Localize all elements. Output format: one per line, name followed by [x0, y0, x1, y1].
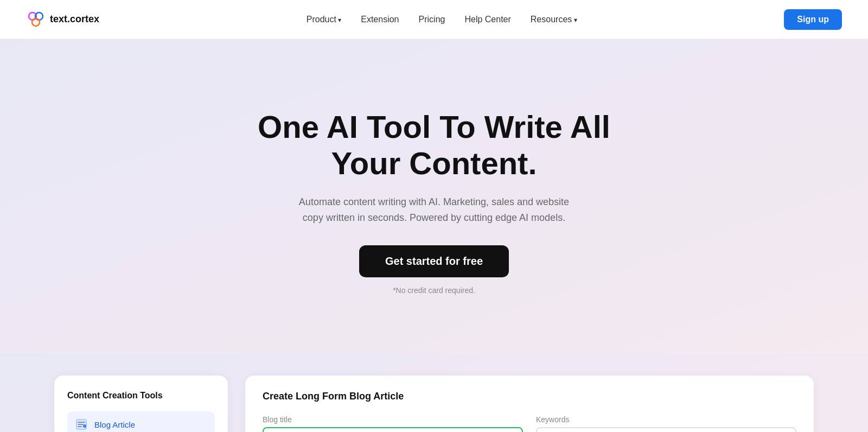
nav-item-pricing[interactable]: Pricing	[419, 15, 445, 24]
nav-link-help[interactable]: Help Center	[464, 15, 510, 24]
nav-item-help[interactable]: Help Center	[464, 15, 510, 24]
nav-links: Product Extension Pricing Help Center Re…	[307, 15, 577, 24]
nav-link-pricing[interactable]: Pricing	[419, 15, 445, 24]
nav-item-product[interactable]: Product	[307, 15, 341, 24]
hero-subtitle: Automate content writing with AI. Market…	[293, 194, 575, 226]
blog-title-input-wrapper: ✓	[263, 427, 523, 432]
keywords-group: Keywords Hint: Type and press enter	[536, 415, 796, 432]
navbar: text.cortex Product Extension Pricing He…	[0, 0, 868, 39]
hero-section: One AI Tool To Write All Your Content. A…	[0, 39, 868, 354]
hero-cta-button[interactable]: Get started for free	[359, 245, 509, 277]
nav-item-extension[interactable]: Extension	[361, 15, 399, 24]
keywords-label: Keywords	[536, 415, 796, 424]
blog-title-group: Blog title ✓ Looks good!	[263, 415, 523, 432]
blog-article-icon	[74, 417, 89, 432]
tools-card-title: Content Creation Tools	[67, 391, 215, 401]
svg-point-2	[32, 18, 40, 26]
form-card: Create Long Form Blog Article Blog title…	[245, 376, 814, 432]
logo-link[interactable]: text.cortex	[26, 10, 99, 29]
nav-link-extension[interactable]: Extension	[361, 15, 399, 24]
blog-article-label: Blog Article	[94, 420, 135, 429]
keywords-input-wrapper	[536, 427, 796, 432]
tool-item-blog[interactable]: Blog Article	[67, 411, 215, 432]
bottom-section: Content Creation Tools Blog Article	[0, 354, 868, 432]
svg-point-7	[83, 424, 86, 428]
blog-title-input[interactable]	[263, 427, 523, 432]
no-cc-text: *No credit card required.	[393, 286, 475, 295]
nav-item-resources[interactable]: Resources	[531, 15, 577, 24]
logo-text: text.cortex	[50, 14, 99, 25]
keywords-input[interactable]	[536, 427, 796, 432]
logo-icon	[26, 10, 46, 29]
hero-title: One AI Tool To Write All Your Content.	[244, 109, 624, 181]
nav-link-product[interactable]: Product	[307, 15, 341, 24]
form-row: Blog title ✓ Looks good! Keywords Hint: …	[263, 415, 796, 432]
form-card-title: Create Long Form Blog Article	[263, 391, 796, 402]
signup-button[interactable]: Sign up	[784, 9, 842, 30]
tools-card: Content Creation Tools Blog Article	[54, 376, 228, 432]
nav-link-resources[interactable]: Resources	[531, 15, 577, 24]
blog-title-label: Blog title	[263, 415, 523, 424]
